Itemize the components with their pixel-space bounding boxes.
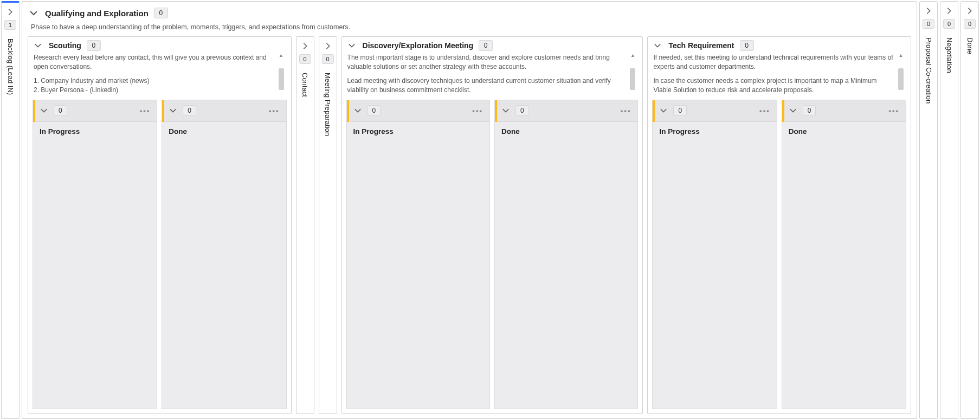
chevron-down-icon[interactable] — [346, 40, 357, 51]
lane-done[interactable]: 0 ••• Done — [782, 100, 906, 409]
stage-discovery: Discovery/Exploration Meeting 0 The most… — [341, 36, 643, 414]
scroll-thumb[interactable] — [898, 68, 904, 90]
stage-desc-line: In case the customer needs a complex pro… — [653, 76, 894, 95]
stage-label: Contact — [301, 73, 309, 97]
more-icon[interactable]: ••• — [138, 107, 153, 115]
lane-in-progress[interactable]: 0 ••• In Progress — [346, 100, 490, 409]
lane-accent — [347, 100, 349, 122]
chevron-down-icon[interactable] — [38, 105, 49, 116]
more-icon[interactable]: ••• — [886, 107, 901, 115]
done-label: Done — [966, 37, 974, 54]
lane-body[interactable] — [782, 138, 906, 409]
stage-count-badge: 0 — [740, 40, 754, 51]
chevron-right-icon[interactable] — [923, 5, 934, 17]
stage-contact-collapsed[interactable]: 0 Contact — [296, 36, 314, 414]
lane-done[interactable]: 0 ••• Done — [494, 100, 638, 409]
column-negotiation-collapsed[interactable]: 0 Negotiation — [940, 1, 958, 419]
column-proposal-collapsed[interactable]: 0 Proposal Co-creation — [919, 1, 938, 419]
scrollbar[interactable]: ▲ ▼ — [628, 53, 637, 105]
phase-description: Phase to have a deep understanding of th… — [28, 22, 911, 36]
chevron-down-icon[interactable] — [500, 105, 511, 116]
lane-count-badge: 0 — [368, 105, 381, 116]
lane-count-badge: 0 — [803, 105, 816, 116]
scrollbar[interactable]: ▲ ▼ — [897, 53, 905, 105]
lane-title: In Progress — [33, 122, 157, 138]
phase-count-badge: 0 — [154, 8, 168, 18]
stage-count-badge: 0 — [87, 40, 101, 51]
stage-meeting-preparation-collapsed[interactable]: 0 Meeting Preparation — [319, 36, 337, 414]
chevron-right-icon[interactable] — [964, 5, 976, 17]
chevron-down-icon[interactable] — [788, 105, 798, 116]
phase-qualifying-exploration: Qualifying and Exploration 0 Phase to ha… — [22, 1, 917, 419]
chevron-down-icon[interactable] — [652, 40, 663, 51]
stage-count-badge: 0 — [479, 40, 493, 51]
lane-accent — [495, 100, 497, 122]
done-count-badge: 0 — [964, 19, 976, 29]
stage-description: If needed, set this meeting to understan… — [653, 53, 894, 95]
lane-accent — [653, 100, 655, 122]
stage-desc-line: If needed, set this meeting to understan… — [653, 53, 894, 72]
phase-header: Qualifying and Exploration 0 — [28, 5, 911, 22]
lane-body[interactable] — [495, 138, 637, 409]
lane-body[interactable] — [33, 138, 157, 409]
stage-description: Research every lead before any contact, … — [34, 53, 275, 95]
stage-count-badge: 0 — [299, 54, 311, 64]
lane-done[interactable]: 0 ••• Done — [162, 100, 286, 409]
stage-title: Discovery/Exploration Meeting — [363, 41, 474, 50]
negotiation-label: Negotiation — [945, 37, 953, 73]
scroll-up-icon[interactable]: ▲ — [279, 53, 283, 58]
more-icon[interactable]: ••• — [470, 107, 485, 115]
stage-desc-line: 1. Company Industry and market (news) — [34, 76, 275, 86]
stage-tech-requirement: Tech Requirement 0 If needed, set this m… — [647, 36, 911, 414]
lane-count-badge: 0 — [183, 105, 196, 116]
column-done-collapsed[interactable]: 0 Done — [960, 1, 979, 419]
more-icon[interactable]: ••• — [757, 107, 772, 115]
stage-description: The most important stage is to understan… — [347, 53, 627, 95]
chevron-right-icon[interactable] — [322, 40, 334, 52]
lane-title: In Progress — [653, 122, 776, 138]
stage-desc-line: 2. Buyer Persona - (Linkedin) — [34, 86, 275, 95]
lane-count-badge: 0 — [515, 105, 529, 116]
negotiation-count-badge: 0 — [943, 19, 955, 29]
chevron-right-icon[interactable] — [943, 5, 955, 17]
chevron-down-icon[interactable] — [658, 105, 669, 116]
lane-title: In Progress — [347, 122, 489, 138]
lane-count-badge: 0 — [673, 105, 687, 116]
stage-label: Meeting Preparation — [324, 73, 332, 136]
chevron-right-icon[interactable] — [299, 40, 311, 52]
phase-title: Qualifying and Exploration — [45, 9, 149, 18]
lane-accent — [33, 100, 35, 122]
more-icon[interactable]: ••• — [267, 107, 282, 115]
lane-title: Done — [495, 122, 637, 138]
chevron-down-icon[interactable] — [28, 7, 40, 19]
more-icon[interactable]: ••• — [618, 107, 634, 115]
lane-title: Done — [162, 122, 286, 138]
lane-accent — [162, 100, 164, 122]
scroll-thumb[interactable] — [279, 68, 284, 90]
stage-desc-line: The most important stage is to understan… — [347, 53, 627, 72]
scroll-up-icon[interactable]: ▲ — [630, 53, 635, 58]
lane-body[interactable] — [162, 138, 286, 409]
lane-body[interactable] — [653, 138, 776, 409]
stage-desc-line: Research every lead before any contact, … — [34, 53, 275, 72]
lane-title: Done — [782, 122, 906, 138]
chevron-right-icon[interactable] — [4, 6, 16, 18]
lane-in-progress[interactable]: 0 ••• In Progress — [33, 100, 157, 409]
lane-accent — [782, 100, 784, 122]
backlog-label: Backlog (Lead IN) — [7, 38, 15, 95]
column-backlog-collapsed[interactable]: 1 Backlog (Lead IN) — [1, 1, 20, 419]
scrollbar[interactable]: ▲ ▼ — [277, 53, 286, 105]
stage-title: Tech Requirement — [668, 41, 734, 50]
chevron-down-icon[interactable] — [167, 105, 178, 116]
chevron-down-icon[interactable] — [352, 105, 363, 116]
lane-in-progress[interactable]: 0 ••• In Progress — [652, 100, 777, 409]
stage-scouting: Scouting 0 Research every lead before an… — [28, 36, 292, 414]
backlog-count-badge: 1 — [4, 20, 16, 30]
stage-title: Scouting — [49, 41, 81, 50]
scroll-thumb[interactable] — [630, 68, 635, 90]
stage-desc-line: Lead meeting with discovery techniques t… — [347, 76, 627, 95]
scroll-up-icon[interactable]: ▲ — [899, 53, 904, 58]
stage-count-badge: 0 — [322, 54, 334, 64]
chevron-down-icon[interactable] — [33, 40, 43, 51]
lane-body[interactable] — [347, 138, 489, 409]
